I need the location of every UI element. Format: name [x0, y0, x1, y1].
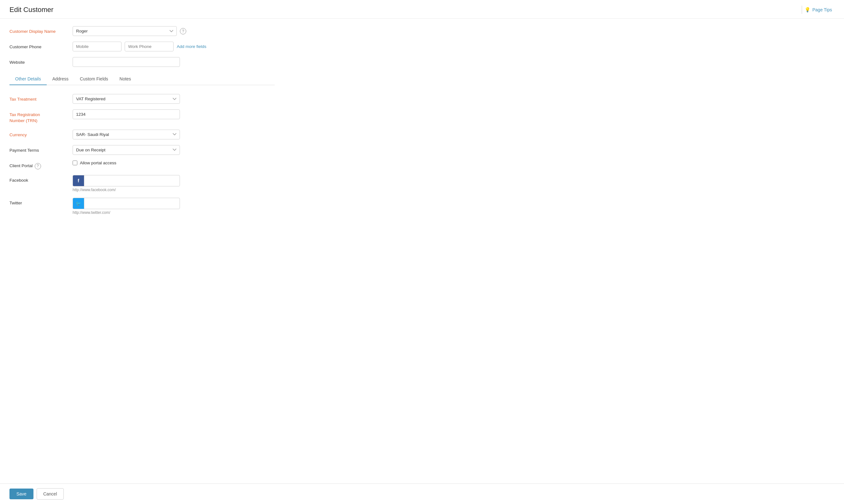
- twitter-hint: http://www.twitter.com/: [73, 210, 180, 215]
- tax-treatment-label: Tax Treatment: [10, 94, 73, 103]
- tab-address[interactable]: Address: [47, 73, 74, 85]
- payment-terms-select[interactable]: Due on Receipt Net 15 Net 30 Net 60: [73, 145, 180, 155]
- page-tips-button[interactable]: 💡 Page Tips: [802, 6, 834, 14]
- tax-treatment-row: Tax Treatment VAT Registered Non-VAT Reg…: [10, 94, 275, 104]
- customer-phone-label: Customer Phone: [10, 42, 73, 50]
- client-portal-checkbox[interactable]: [73, 161, 77, 165]
- tabs: Other Details Address Custom Fields Note…: [10, 73, 275, 85]
- customer-display-name-row: Customer Display Name Roger ?: [10, 26, 275, 36]
- customer-display-name-label: Customer Display Name: [10, 26, 73, 35]
- mobile-input[interactable]: [73, 42, 122, 51]
- tax-registration-row: Tax Registration Number (TRN): [10, 109, 275, 124]
- website-input[interactable]: [73, 57, 180, 67]
- tabs-container: Other Details Address Custom Fields Note…: [10, 73, 275, 85]
- tax-registration-controls: [73, 109, 275, 119]
- allow-portal-access-label: Allow portal access: [80, 161, 117, 165]
- currency-select[interactable]: SAR- Saudi Riyal USD- US Dollar EUR- Eur…: [73, 130, 180, 139]
- customer-phone-controls: Add more fields: [73, 42, 275, 51]
- lightbulb-icon: 💡: [805, 7, 811, 13]
- twitter-input[interactable]: [84, 199, 180, 208]
- client-portal-controls: Allow portal access: [73, 161, 275, 165]
- page-title: Edit Customer: [10, 6, 53, 14]
- website-row: Website: [10, 57, 275, 67]
- twitter-label: Twitter: [10, 198, 73, 206]
- website-label: Website: [10, 57, 73, 66]
- customer-phone-row: Customer Phone Add more fields: [10, 42, 275, 51]
- twitter-input-wrapper: 🐦 http://www.twitter.com/: [73, 198, 180, 215]
- other-details-section: Tax Treatment VAT Registered Non-VAT Reg…: [10, 94, 275, 215]
- tab-notes[interactable]: Notes: [114, 73, 137, 85]
- client-portal-help-icon[interactable]: ?: [35, 163, 41, 169]
- twitter-input-row: 🐦: [73, 198, 180, 209]
- customer-display-name-select[interactable]: Roger: [73, 26, 177, 36]
- currency-label: Currency: [10, 130, 73, 138]
- main-content: Customer Display Name Roger ? Customer P…: [0, 19, 284, 228]
- tab-custom-fields[interactable]: Custom Fields: [74, 73, 113, 85]
- client-portal-row: Client Portal ? Allow portal access: [10, 161, 275, 169]
- tax-treatment-select[interactable]: VAT Registered Non-VAT Registered: [73, 94, 180, 104]
- facebook-input-wrapper: f http://www.facebook.com/: [73, 175, 180, 192]
- tab-other-details[interactable]: Other Details: [10, 73, 47, 85]
- payment-terms-controls: Due on Receipt Net 15 Net 30 Net 60: [73, 145, 275, 155]
- add-more-fields-link[interactable]: Add more fields: [177, 44, 207, 49]
- facebook-input[interactable]: [84, 176, 180, 185]
- payment-terms-label: Payment Terms: [10, 145, 73, 154]
- facebook-icon: f: [73, 175, 84, 186]
- work-phone-input[interactable]: [125, 42, 174, 51]
- page-tips-label: Page Tips: [812, 7, 832, 12]
- currency-controls: SAR- Saudi Riyal USD- US Dollar EUR- Eur…: [73, 130, 275, 139]
- website-controls: [73, 57, 275, 67]
- display-name-help-icon[interactable]: ?: [180, 28, 186, 34]
- facebook-hint: http://www.facebook.com/: [73, 188, 180, 192]
- facebook-label: Facebook: [10, 175, 73, 183]
- facebook-input-row: f: [73, 175, 180, 186]
- client-portal-label: Client Portal ?: [10, 161, 73, 169]
- facebook-row: Facebook f http://www.facebook.com/: [10, 175, 275, 192]
- twitter-row: Twitter 🐦 http://www.twitter.com/: [10, 198, 275, 215]
- twitter-controls: 🐦 http://www.twitter.com/: [73, 198, 275, 215]
- tax-registration-label: Tax Registration Number (TRN): [10, 109, 73, 124]
- page-header: Edit Customer 💡 Page Tips: [0, 0, 844, 19]
- customer-display-name-controls: Roger ?: [73, 26, 275, 36]
- twitter-icon: 🐦: [73, 198, 84, 209]
- tax-registration-input[interactable]: [73, 109, 180, 119]
- facebook-controls: f http://www.facebook.com/: [73, 175, 275, 192]
- tax-treatment-controls: VAT Registered Non-VAT Registered: [73, 94, 275, 104]
- client-portal-checkbox-label[interactable]: Allow portal access: [73, 161, 117, 165]
- currency-row: Currency SAR- Saudi Riyal USD- US Dollar…: [10, 130, 275, 139]
- payment-terms-row: Payment Terms Due on Receipt Net 15 Net …: [10, 145, 275, 155]
